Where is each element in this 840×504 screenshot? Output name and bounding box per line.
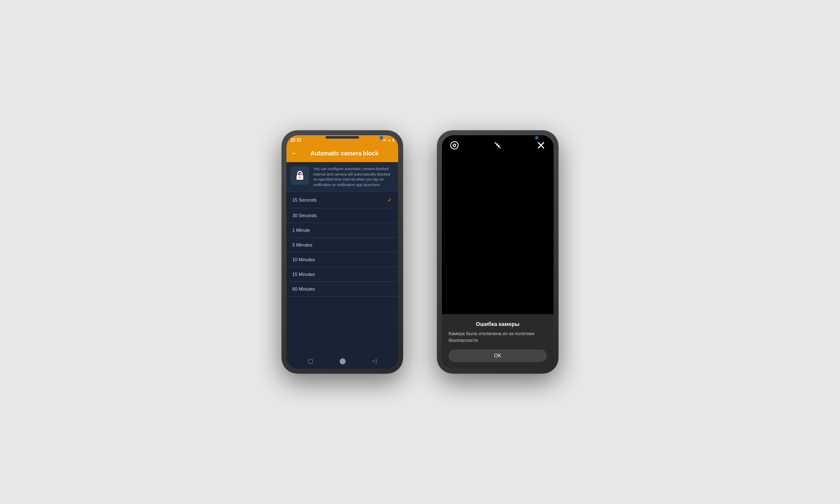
app-header: ← Automatic camera block (286, 144, 398, 162)
svg-rect-2 (299, 177, 300, 178)
camera-settings-icon[interactable] (450, 141, 459, 151)
camera-screen: Ошибка камеры Камера была отключена из-з… (442, 135, 554, 369)
error-dialog: Ошибка камеры Камера была отключена из-з… (442, 314, 554, 369)
error-title: Ошибка камеры (449, 321, 547, 327)
bluetooth-icon: 📶 (382, 138, 386, 142)
error-message: Камера была отключена из-за политики без… (449, 331, 547, 344)
flash-off-icon[interactable] (494, 141, 502, 151)
signal-icon: ▲ (388, 138, 391, 142)
status-time: 22:21 (291, 138, 302, 142)
svg-point-6 (453, 144, 456, 147)
ok-button[interactable]: OK (449, 349, 547, 362)
screen-title: Automatic camera block (302, 150, 386, 157)
camera-top-bar (442, 135, 554, 157)
left-phone: 22:21 📶 ▲ ▮ ← Automatic camera block (281, 130, 403, 374)
check-icon-15s: ✓ (387, 197, 392, 203)
close-camera-icon[interactable] (537, 141, 545, 151)
nav-home-icon[interactable]: ⬤ (339, 357, 346, 364)
info-description: You can configure automatic camera block… (313, 166, 394, 187)
info-section: ⏰ You can configure automatic camera blo… (286, 162, 398, 192)
item-label-10m: 10 Minutes (292, 257, 315, 262)
item-label-15s: 15 Seconds (292, 197, 317, 202)
list-item[interactable]: 15 Minutes (286, 267, 398, 282)
list-item[interactable]: 30 Seconds (286, 208, 398, 223)
item-label-30s: 30 Seconds (292, 213, 317, 218)
list-item[interactable]: 1 Minute (286, 223, 398, 238)
status-bar: 22:21 📶 ▲ ▮ (286, 135, 398, 144)
nav-back-icon[interactable]: ◁ (372, 357, 377, 364)
item-label-5m: 5 Minutes (292, 242, 312, 247)
lock-icon: ⏰ (294, 170, 306, 181)
left-phone-screen: 22:21 📶 ▲ ▮ ← Automatic camera block (286, 135, 398, 369)
svg-point-5 (451, 142, 458, 149)
list-item[interactable]: 15 Seconds ✓ (286, 192, 398, 208)
status-icons: 📶 ▲ ▮ (382, 138, 394, 142)
right-phone: Ошибка камеры Камера была отключена из-з… (437, 130, 559, 374)
item-label-60m: 60 Minutes (292, 286, 315, 291)
list-item[interactable]: 5 Minutes (286, 238, 398, 252)
item-label-15m: 15 Minutes (292, 272, 315, 277)
svg-text:⏰: ⏰ (299, 172, 302, 175)
navigation-bar: ▢ ⬤ ◁ (286, 353, 398, 369)
nav-square-icon[interactable]: ▢ (308, 357, 313, 364)
battery-icon: ▮ (392, 138, 394, 142)
list-item[interactable]: 60 Minutes (286, 282, 398, 297)
back-button[interactable]: ← (291, 149, 298, 158)
lock-icon-container: ⏰ (291, 166, 309, 185)
item-label-1m: 1 Minute (292, 228, 310, 233)
list-item[interactable]: 10 Minutes (286, 252, 398, 267)
options-list: 15 Seconds ✓ 30 Seconds 1 Minute 5 Minut… (286, 192, 398, 353)
